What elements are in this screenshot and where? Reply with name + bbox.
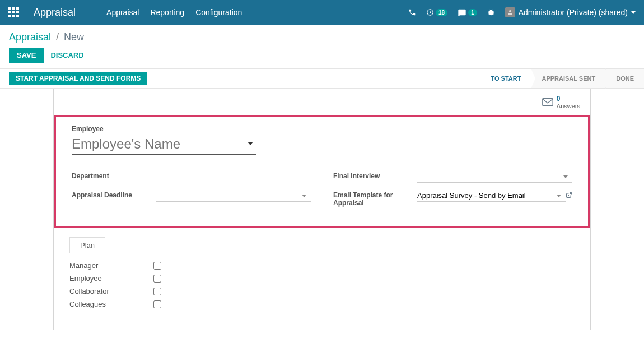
caret-down-icon[interactable] (302, 195, 306, 197)
final-interview-input[interactable] (417, 170, 572, 183)
start-appraisal-button[interactable]: START APPRAISAL AND SEND FORMS (9, 72, 147, 85)
form-grid: Department Appraisal Deadline Final Inte… (72, 170, 572, 212)
plan-checkbox-colleagues[interactable] (153, 300, 161, 308)
breadcrumb-separator: / (56, 31, 59, 43)
sheet-header: 0 Answers (54, 89, 590, 115)
save-button[interactable]: SAVE (9, 48, 44, 63)
app-title: Appraisal (34, 7, 76, 18)
department-row: Department (72, 170, 311, 184)
messages-badge: 1 (468, 9, 477, 16)
email-template-input[interactable] (417, 189, 566, 202)
nav-configuration[interactable]: Configuration (195, 8, 242, 17)
answers-count: 0 (557, 95, 580, 103)
breadcrumb-bar: Appraisal / New (0, 25, 644, 48)
discard-button[interactable]: DISCARD (50, 51, 83, 59)
deadline-input[interactable] (156, 189, 311, 202)
user-avatar-icon (505, 7, 515, 17)
plan-row-collaborator: Collaborator (69, 287, 575, 295)
apps-icon[interactable] (8, 7, 20, 18)
final-interview-label: Final Interview (333, 170, 417, 180)
status-done[interactable]: DONE (605, 69, 644, 88)
breadcrumb-root[interactable]: Appraisal (9, 31, 51, 43)
tabs: Plan (69, 237, 575, 253)
phone-icon[interactable] (408, 8, 416, 16)
plan-content: Manager Employee Collaborator Colleagues (69, 261, 575, 308)
employee-field-wrap (72, 135, 256, 155)
status-appraisal-sent[interactable]: APPRAISAL SENT (531, 69, 605, 88)
envelope-icon (542, 97, 554, 107)
answers-button[interactable]: 0 Answers (542, 95, 580, 109)
plan-label-manager: Manager (69, 261, 153, 270)
debug-icon[interactable] (487, 8, 495, 16)
status-row: START APPRAISAL AND SEND FORMS TO START … (0, 68, 644, 89)
form-col-right: Final Interview Email Template for Appra… (333, 170, 572, 212)
main-fields-section: Employee Department Appraisal Deadline (54, 115, 590, 228)
tabs-section: Plan Manager Employee Collaborator Colle… (54, 228, 590, 330)
plan-row-manager: Manager (69, 261, 575, 270)
statusbar: TO START APPRAISAL SENT DONE (480, 69, 644, 88)
plan-label-collaborator: Collaborator (69, 287, 153, 295)
main-menu: Appraisal Reporting Configuration (106, 8, 242, 17)
nav-reporting[interactable]: Reporting (150, 8, 184, 17)
top-navbar: Appraisal Appraisal Reporting Configurat… (0, 0, 644, 25)
plan-row-colleagues: Colleagues (69, 300, 575, 308)
dropdown-caret-icon[interactable] (248, 142, 253, 145)
breadcrumb-current: New (64, 31, 84, 43)
plan-label-colleagues: Colleagues (69, 300, 153, 308)
form-sheet: 0 Answers Employee Department Appraisal … (53, 89, 591, 330)
plan-row-employee: Employee (69, 274, 575, 283)
deadline-row: Appraisal Deadline (72, 189, 311, 203)
employee-input[interactable] (72, 135, 256, 155)
plan-label-employee: Employee (69, 274, 153, 283)
external-link-icon[interactable] (566, 192, 572, 200)
answers-label: Answers (557, 103, 580, 109)
systray: 18 1 Administrator (Private) (shared) (408, 7, 636, 17)
email-template-row: Email Template for Appraisal (333, 189, 572, 207)
department-label: Department (72, 170, 156, 180)
plan-checkbox-manager[interactable] (153, 262, 161, 270)
user-label: Administrator (Private) (shared) (519, 8, 628, 17)
deadline-label: Appraisal Deadline (72, 189, 156, 199)
employee-label: Employee (72, 125, 572, 133)
caret-down-icon (631, 11, 636, 14)
nav-appraisal[interactable]: Appraisal (106, 8, 139, 17)
email-template-label: Email Template for Appraisal (333, 189, 417, 207)
tab-plan[interactable]: Plan (69, 237, 105, 253)
answers-text: 0 Answers (557, 95, 580, 109)
caret-down-icon[interactable] (557, 195, 561, 197)
final-interview-row: Final Interview (333, 170, 572, 184)
activities-badge: 18 (436, 9, 447, 16)
svg-point-1 (509, 10, 511, 12)
plan-checkbox-collaborator[interactable] (153, 288, 161, 295)
status-to-start[interactable]: TO START (480, 69, 531, 88)
activities-icon[interactable]: 18 (426, 8, 447, 16)
plan-checkbox-employee[interactable] (153, 275, 161, 283)
caret-down-icon[interactable] (563, 175, 568, 178)
messages-icon[interactable]: 1 (458, 8, 477, 16)
user-menu[interactable]: Administrator (Private) (shared) (505, 7, 636, 17)
breadcrumb: Appraisal / New (9, 31, 635, 43)
form-col-left: Department Appraisal Deadline (72, 170, 311, 212)
svg-rect-2 (543, 99, 553, 106)
action-buttons: SAVE DISCARD (0, 48, 644, 68)
